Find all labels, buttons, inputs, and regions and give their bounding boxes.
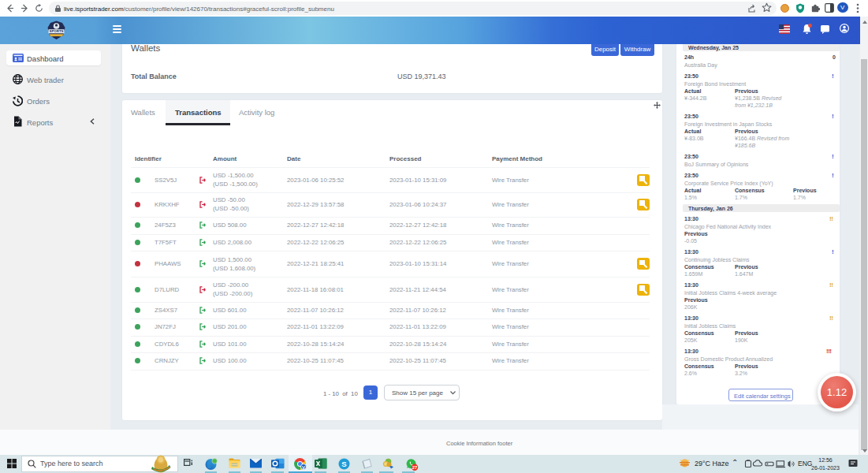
svg-text:S: S: [341, 460, 346, 468]
svg-text:SPORTS: SPORTS: [49, 29, 63, 33]
svg-text:27: 27: [412, 465, 417, 470]
